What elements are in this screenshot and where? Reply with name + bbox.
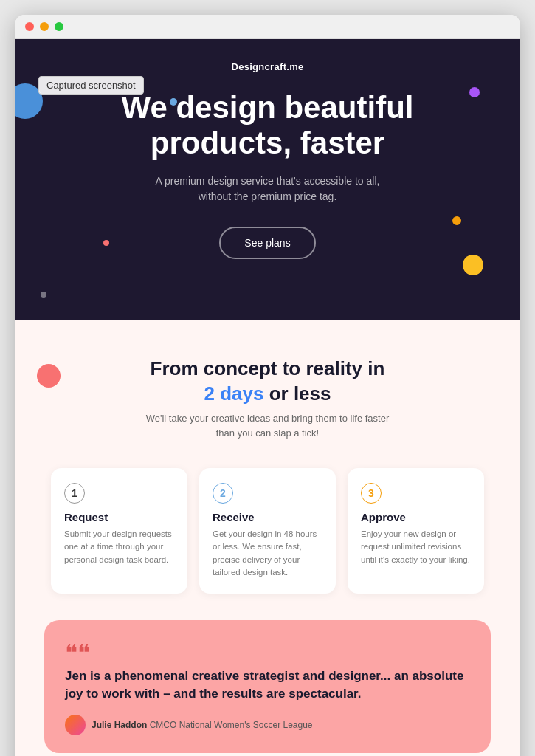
step-2-title: Receive: [213, 511, 322, 523]
concept-title: From concept to reality in 2 days or les…: [44, 357, 491, 407]
see-plans-button[interactable]: See plans: [219, 227, 315, 259]
deco-white-small: [41, 292, 46, 298]
step-2-desc: Get your design in 48 hours or less. We …: [213, 528, 322, 579]
step-1-desc: Submit your design requests one at a tim…: [64, 528, 174, 566]
author-name: Julie Haddon CMCO National Women's Socce…: [92, 720, 313, 730]
concept-section: From concept to reality in 2 days or les…: [15, 320, 520, 756]
author-avatar: [65, 715, 86, 735]
testimonial-author: Julie Haddon CMCO National Women's Socce…: [65, 715, 470, 735]
step-card-3: 3 Approve Enjoy your new design or reque…: [348, 468, 484, 594]
deco-yellow: [452, 216, 461, 225]
quote-icon: ❝❝: [65, 641, 470, 664]
captured-badge: Captured screenshot: [38, 76, 144, 94]
browser-window: Captured screenshot Designcraft.me We de…: [15, 15, 520, 756]
page-content: Captured screenshot Designcraft.me We de…: [15, 39, 520, 756]
step-card-1: 1 Request Submit your design requests on…: [51, 468, 187, 594]
step-1-number: 1: [64, 483, 174, 504]
deco-yellow2: [463, 255, 483, 275]
deco-pink-dot: [37, 364, 61, 388]
dot-green: [55, 22, 63, 31]
steps-grid: 1 Request Submit your design requests on…: [44, 468, 491, 594]
step-3-circle: 3: [361, 483, 382, 504]
deco-red-small: [103, 240, 109, 246]
step-1-circle: 1: [64, 483, 85, 504]
dot-yellow: [40, 22, 49, 31]
step-2-number: 2: [213, 483, 322, 504]
hero-title: We design beautiful products, faster: [91, 90, 445, 162]
testimonial-text: Jen is a phenomenal creative strategist …: [65, 667, 470, 703]
hero-subtitle: A premium design service that's accessib…: [44, 173, 491, 205]
dot-red: [25, 22, 34, 31]
step-3-number: 3: [361, 483, 471, 504]
concept-subtitle: We'll take your creative ideas and bring…: [44, 411, 491, 442]
step-card-2: 2 Receive Get your design in 48 hours or…: [199, 468, 336, 594]
step-1-title: Request: [64, 511, 174, 523]
browser-chrome: [15, 15, 520, 39]
step-3-desc: Enjoy your new design or request unlimit…: [361, 528, 471, 566]
step-2-circle: 2: [213, 483, 233, 504]
testimonial-card: ❝❝ Jen is a phenomenal creative strategi…: [44, 620, 491, 753]
deco-purple: [469, 87, 480, 97]
step-3-title: Approve: [361, 511, 471, 523]
hero-brand: Designcraft.me: [44, 61, 491, 72]
deco-blue-small: [170, 98, 177, 106]
